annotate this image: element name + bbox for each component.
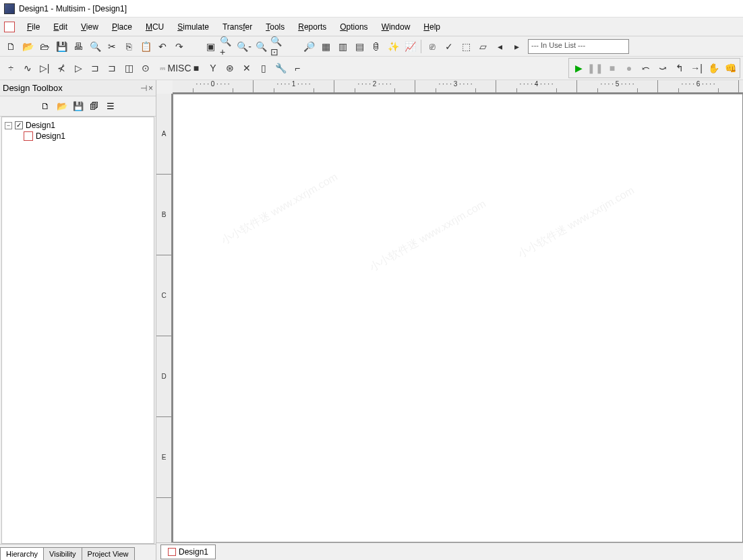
open-icon[interactable]: 📂 [20, 38, 36, 55]
zoom-area-icon[interactable]: 🔍 [253, 38, 269, 55]
advanced-icon[interactable]: ■ [188, 60, 204, 76]
menu-window[interactable]: Window [375, 20, 417, 34]
ruler-horizontal: · · · · 0 · · · ·· · · · 1 · · · ·· · · … [173, 80, 743, 94]
record-icon[interactable]: ● [621, 60, 637, 76]
checkbox-icon[interactable]: ✓ [15, 121, 23, 129]
hand-icon[interactable]: ✋ [705, 60, 721, 76]
find-icon[interactable]: 🔎 [301, 38, 317, 55]
menu-place[interactable]: Place [105, 20, 139, 34]
ruler-h-tick: · · · · 6 · · · · [658, 80, 739, 92]
zoom-out-icon[interactable]: 🔍- [236, 38, 252, 55]
sidebar-tab-visibility[interactable]: Visibility [43, 547, 82, 560]
postprocessor-icon[interactable]: ▤ [351, 38, 367, 55]
step-over-icon[interactable]: ↰ [672, 60, 688, 76]
menu-reports[interactable]: Reports [291, 20, 333, 34]
close-icon[interactable]: × [148, 84, 153, 93]
run-icon[interactable]: ▶ [570, 60, 587, 76]
step-out-icon[interactable]: →| [688, 60, 705, 76]
stop-icon[interactable]: ■ [604, 60, 620, 76]
sidebar-tab-hierarchy[interactable]: Hierarchy [0, 547, 44, 560]
transistor-icon[interactable]: ⊀ [53, 60, 69, 76]
zoom-fit-icon[interactable]: 🔍⊡ [270, 38, 286, 55]
cut-icon[interactable]: ✂ [104, 38, 120, 55]
menu-options[interactable]: Options [333, 20, 374, 34]
canvas-tabs: Design1 [156, 542, 743, 560]
save-icon[interactable]: 💾 [71, 100, 85, 113]
diode-icon[interactable]: ▷| [36, 60, 53, 76]
titlebar: Design1 - Multisim - [Design1] [0, 0, 743, 18]
ruler-h-tick: · · · · 3 · · · · [415, 80, 496, 92]
analog-icon[interactable]: ▷ [70, 60, 86, 76]
ttl-icon[interactable]: ⊐ [87, 60, 103, 76]
save-icon[interactable]: 💾 [53, 38, 69, 55]
rf-icon[interactable]: Y [205, 60, 221, 76]
menu-transfer[interactable]: Transfer [216, 20, 259, 34]
component-wizard-icon[interactable]: ✨ [385, 38, 401, 55]
pause-icon[interactable]: ❚❚ [587, 60, 603, 76]
spreadsheet-icon[interactable]: ▦ [318, 38, 334, 55]
main-area: Design Toolbox ⊣ × 🗋📂💾🗐☰ − ✓ Design1 Des… [0, 80, 743, 560]
full-screen-icon[interactable]: ▣ [202, 38, 218, 55]
step-back-icon[interactable]: ⤺ [638, 60, 654, 76]
watermark: 小小软件迷 www.xxrjm.com [367, 197, 489, 276]
netlist-icon[interactable]: ⎚ [424, 38, 440, 55]
new-icon[interactable]: 🗋 [3, 38, 19, 55]
copy-icon[interactable]: ⎘ [121, 38, 137, 55]
cmos-icon[interactable]: ⊐ [104, 60, 120, 76]
menu-tools[interactable]: Tools [259, 20, 291, 34]
pin-icon[interactable]: ⊣ [140, 84, 147, 93]
rename-icon[interactable]: 🗐 [88, 100, 101, 113]
canvas-area[interactable]: · · · · 0 · · · ·· · · · 1 · · · ·· · · … [156, 80, 743, 542]
new-page-icon[interactable]: 🗋 [39, 100, 53, 113]
hierarchy-icon[interactable]: 🔧 [272, 60, 289, 76]
source-icon[interactable]: ÷ [3, 60, 19, 76]
capture-area-icon[interactable]: ⬚ [458, 38, 474, 55]
schematic-canvas[interactable]: 小小软件迷 www.xxrjm.com 小小软件迷 www.xxrjm.com … [173, 94, 743, 542]
redo-icon[interactable]: ↷ [171, 38, 187, 55]
menu-file[interactable]: File [20, 20, 47, 34]
step-into-icon[interactable]: ⤻ [655, 60, 671, 76]
menu-view[interactable]: View [74, 20, 105, 34]
analyses-icon[interactable]: 📈 [402, 38, 418, 55]
design-tree[interactable]: − ✓ Design1 Design1 [1, 117, 154, 544]
back-annotate-icon[interactable]: ◂ [492, 38, 508, 55]
mcu-icon[interactable]: ▯ [256, 60, 272, 76]
grab-icon[interactable]: 👊 [722, 60, 738, 76]
ruler-v-tick: B [156, 175, 171, 255]
design-toolbox-panel: Design Toolbox ⊣ × 🗋📂💾🗐☰ − ✓ Design1 Des… [0, 80, 156, 560]
print-preview-icon[interactable]: 🔍 [87, 38, 103, 55]
print-icon[interactable]: 🖶 [70, 38, 86, 55]
in-use-list-dropdown[interactable]: --- In Use List --- [528, 39, 629, 54]
basic-icon[interactable]: ∿ [20, 60, 36, 76]
ruler-vertical: ABCDE [156, 94, 173, 542]
misc-icon[interactable]: MISC [171, 60, 187, 76]
tree-child-row[interactable]: Design1 [5, 131, 151, 142]
properties-icon[interactable]: ☰ [104, 100, 117, 113]
menu-mcu[interactable]: MCU [139, 20, 171, 34]
menubar: FileEditViewPlaceMCUSimulateTransferTool… [0, 18, 743, 36]
schematic-icon [24, 131, 33, 141]
tree-root-row[interactable]: − ✓ Design1 [5, 120, 151, 131]
bus-icon[interactable]: ⌐ [289, 60, 305, 76]
menu-help[interactable]: Help [417, 20, 447, 34]
sidebar-tab-project-view[interactable]: Project View [82, 547, 135, 560]
electromech-icon[interactable]: ⊛ [222, 60, 238, 76]
connector-icon[interactable]: ✕ [239, 60, 255, 76]
open-sample-icon[interactable]: 🗁 [36, 38, 53, 55]
grapher-icon[interactable]: ▥ [334, 38, 351, 55]
paste-icon[interactable]: 📋 [138, 38, 154, 55]
undo-icon[interactable]: ↶ [154, 38, 171, 55]
drc-icon[interactable]: ✓ [441, 38, 457, 55]
menu-edit[interactable]: Edit [47, 20, 74, 34]
open-icon[interactable]: 📂 [55, 100, 69, 113]
misc-icon[interactable]: ▱ [475, 38, 491, 55]
db-manager-icon[interactable]: 🛢 [368, 38, 384, 55]
forward-annotate-icon[interactable]: ▸ [508, 38, 525, 55]
expand-icon[interactable]: − [5, 122, 12, 129]
indicator-icon[interactable]: ⊙ [138, 60, 154, 76]
canvas-tab-design1[interactable]: Design1 [160, 545, 216, 559]
misc-digital-icon[interactable]: ◫ [121, 60, 137, 76]
document-icon[interactable] [4, 22, 15, 32]
zoom-in-icon[interactable]: 🔍+ [219, 38, 235, 55]
menu-simulate[interactable]: Simulate [171, 20, 216, 34]
